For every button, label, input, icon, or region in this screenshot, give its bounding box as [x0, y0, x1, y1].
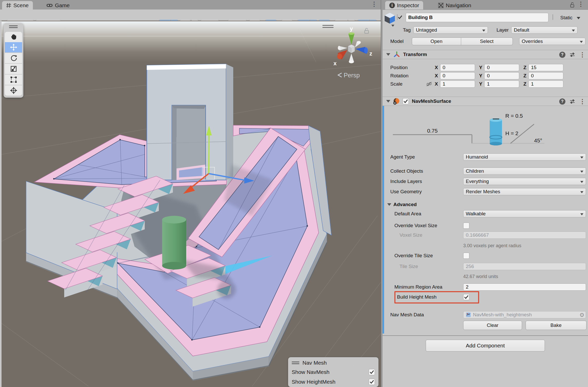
gameobject-active-checkbox[interactable]	[397, 14, 397, 20]
voxel-size-field[interactable]: 0.1666667	[463, 232, 586, 239]
help-icon[interactable]: ?	[559, 98, 565, 105]
transform-foldout-icon[interactable]	[386, 53, 390, 56]
collect-objects-dropdown[interactable]: Children	[463, 168, 586, 175]
help-icon[interactable]: ?	[559, 52, 565, 58]
advanced-foldout-icon[interactable]	[387, 203, 391, 206]
overrides-dropdown[interactable]: Overrides	[519, 38, 585, 45]
use-geometry-dropdown[interactable]: Render Meshes	[463, 188, 586, 195]
rotation-z-field[interactable]: 0	[528, 72, 563, 79]
navmeshsurface-enabled-checkbox[interactable]	[403, 98, 409, 104]
navmeshsurface-foldout-icon[interactable]	[386, 100, 390, 103]
show-heightmesh-checkbox[interactable]	[369, 379, 375, 385]
move-icon	[10, 44, 17, 51]
bake-button[interactable]: Bake	[526, 321, 586, 330]
transform-menu-icon[interactable]: ⋮	[579, 52, 585, 58]
build-height-checkbox[interactable]	[463, 294, 469, 300]
agent-type-dropdown[interactable]: Humanoid	[463, 153, 586, 161]
navmesh-data-field[interactable]: NavMesh-with_heightmesh ⊙	[463, 311, 586, 318]
override-voxel-checkbox[interactable]	[463, 223, 469, 229]
scale-label: Scale	[390, 81, 426, 87]
transform-component-icon	[393, 51, 400, 58]
rotation-x-field[interactable]: 0	[440, 72, 475, 79]
rect-tool-button[interactable]	[5, 75, 22, 85]
scale-y-field[interactable]: 1	[484, 80, 519, 88]
add-component-button[interactable]: Add Component	[426, 340, 545, 352]
position-y-field[interactable]: 0	[484, 64, 519, 71]
scale-x-field[interactable]: 1	[440, 80, 475, 88]
projection-label[interactable]: Persp	[344, 72, 360, 79]
presets-icon[interactable]	[570, 52, 575, 58]
navmeshsurface-header[interactable]: NavMeshSurface ? ⋮	[383, 97, 588, 106]
tab-game[interactable]: Game	[42, 1, 74, 10]
advanced-foldout[interactable]: Advanced	[387, 202, 417, 207]
prefab-icon[interactable]	[384, 12, 395, 27]
layer-dropdown[interactable]: Default	[511, 26, 577, 34]
scene-3d-render: y x z Persp	[2, 21, 381, 387]
rect-icon	[10, 76, 17, 83]
tile-size-help: 42.67 world units	[463, 274, 498, 279]
axis-x-label[interactable]: x	[334, 60, 337, 67]
rotation-y-field[interactable]: 0	[484, 72, 519, 79]
tag-dropdown[interactable]: Untagged	[413, 26, 488, 34]
scale-tool-button[interactable]	[5, 64, 22, 74]
axis-z-label[interactable]: z	[369, 50, 372, 57]
gameobject-name-field[interactable]: Building B	[406, 13, 548, 22]
navmesh-overlay-header[interactable]: Nav Mesh	[292, 359, 375, 366]
include-layers-dropdown[interactable]: Everything	[463, 178, 586, 185]
palette-handle[interactable]	[9, 25, 18, 28]
collect-objects-row: Collect Objects Children	[390, 168, 586, 175]
use-geometry-label: Use Geometry	[390, 189, 463, 195]
static-dropdown-icon[interactable]	[577, 17, 580, 19]
diagram-radius-label: R = 0.5	[505, 113, 523, 119]
default-area-dropdown[interactable]: Walkable	[463, 210, 586, 217]
tile-size-row: Tile Size 256	[400, 263, 586, 270]
overlay-handle-icon	[292, 362, 299, 364]
axis-y-label[interactable]: y	[350, 25, 353, 32]
voxel-size-row: Voxel Size 0.1666667	[400, 232, 586, 239]
presets-icon[interactable]	[570, 99, 575, 104]
override-tile-row: Override Tile Size	[394, 253, 469, 259]
position-label: Position	[390, 65, 435, 70]
show-navmesh-checkbox[interactable]	[369, 369, 375, 375]
tool-palette	[4, 23, 23, 98]
navmesh-asset-icon	[466, 312, 471, 317]
static-checkbox[interactable]	[553, 14, 553, 20]
model-select-button[interactable]: Select	[461, 38, 513, 45]
navmeshsurface-title: NavMeshSurface	[412, 98, 451, 104]
collect-objects-label: Collect Objects	[390, 168, 463, 174]
navmeshsurface-icon	[393, 98, 400, 105]
inspector-menu-icon[interactable]: ⋮	[578, 1, 584, 7]
override-tile-checkbox[interactable]	[463, 253, 469, 259]
tile-size-field[interactable]: 256	[463, 263, 586, 270]
voxel-size-help: 3.00 voxels per agent radius	[463, 243, 521, 248]
navmeshsurface-menu-icon[interactable]: ⋮	[579, 99, 585, 104]
axis-x-letter: X	[435, 81, 438, 87]
scale-z-field[interactable]: 1	[528, 80, 563, 88]
object-picker-icon[interactable]: ⊙	[580, 312, 584, 318]
static-label: Static	[560, 15, 573, 21]
clear-button[interactable]: Clear	[463, 321, 522, 330]
hand-tool-button[interactable]	[5, 32, 22, 42]
min-region-field[interactable]: 2	[463, 283, 586, 291]
constrain-proportions-icon[interactable]	[426, 81, 432, 87]
model-open-button[interactable]: Open	[412, 38, 461, 45]
scene-menu-icon[interactable]: ⋮	[371, 1, 377, 7]
navmesh-display-overlay: Nav Mesh Show NavMesh Show HeightMesh	[288, 357, 378, 387]
axis-z-letter: Z	[523, 81, 526, 87]
transform-icon	[10, 87, 17, 94]
agent-type-row: Agent Type Humanoid	[390, 153, 586, 161]
hand-icon	[10, 34, 17, 40]
move-tool-button[interactable]	[5, 42, 22, 52]
tab-scene[interactable]: Scene	[2, 1, 33, 10]
position-z-field[interactable]: 15	[528, 64, 563, 71]
scene-viewport[interactable]: y x z Persp	[2, 21, 381, 387]
tab-navigation[interactable]: Navigation	[434, 1, 475, 10]
position-x-field[interactable]: 0	[440, 64, 475, 71]
show-navmesh-row: Show NavMesh	[292, 368, 375, 376]
lock-icon[interactable]	[570, 2, 575, 8]
tab-inspector[interactable]: i Inspector	[385, 1, 423, 10]
transform-header[interactable]: Transform ? ⋮	[383, 50, 588, 59]
rotate-tool-button[interactable]	[5, 53, 22, 63]
transform-tool-button[interactable]	[5, 85, 22, 96]
include-layers-row: Include Layers Everything	[390, 178, 586, 185]
